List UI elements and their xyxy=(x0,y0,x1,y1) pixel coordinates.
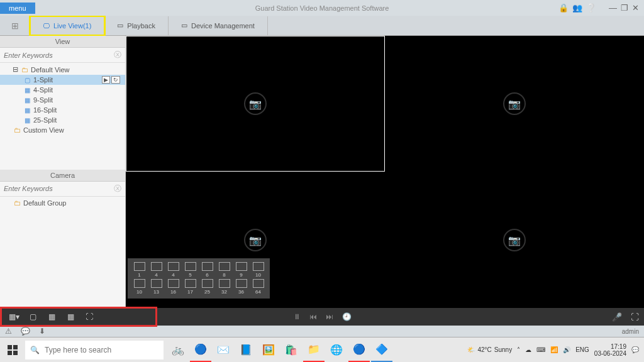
tree-9-split[interactable]: ▦ 9-Split xyxy=(0,95,125,105)
layout-17[interactable]: 17 xyxy=(182,279,198,295)
monitor-icon: 🖵 xyxy=(43,22,50,30)
layout-3x3-button[interactable]: ▦ xyxy=(61,310,80,324)
layout-25[interactable]: 25 xyxy=(199,279,215,295)
layout-32[interactable]: 32 xyxy=(216,279,232,295)
tree-1-split[interactable]: ▢ 1-Split ▶ ↻ xyxy=(0,75,125,85)
play-icon[interactable]: ▶ xyxy=(102,76,110,84)
tab-playback[interactable]: ▭ Playback xyxy=(104,16,169,35)
layout-4a[interactable]: 4 xyxy=(148,262,164,278)
tree-25-split[interactable]: ▦ 25-Split xyxy=(0,115,125,125)
layout-13[interactable]: 13 xyxy=(148,279,164,295)
camera-icon: 📷 xyxy=(244,229,267,251)
help-icon[interactable]: ❔ xyxy=(586,3,596,13)
app-edge[interactable]: 🌐 xyxy=(326,338,347,362)
app-chrome2[interactable]: 🔵 xyxy=(348,338,370,362)
layout-1x1-button[interactable]: ▢ xyxy=(23,310,42,324)
layout-5[interactable]: 5 xyxy=(182,262,198,278)
cloud-icon[interactable]: ☁ xyxy=(525,346,531,353)
app-guard[interactable]: 🔷 xyxy=(371,338,392,362)
chat-icon[interactable]: 💬 xyxy=(21,327,30,336)
app-store[interactable]: 🛍️ xyxy=(280,338,302,362)
grid-icon: ▦ xyxy=(23,106,31,114)
taskbar-search[interactable]: 🔍 Type here to search xyxy=(25,341,164,359)
tree-default-view[interactable]: ⊟ 🗀 Default View xyxy=(0,64,125,75)
layout-64[interactable]: 64 xyxy=(250,279,266,295)
weather-temp: 42°C xyxy=(477,346,491,353)
notification-icon[interactable]: 💬 xyxy=(631,346,639,353)
layout-16[interactable]: 16 xyxy=(165,279,181,295)
refresh-icon[interactable]: ↻ xyxy=(111,76,120,84)
download-icon[interactable]: ⬇ xyxy=(39,327,45,336)
tree-4-split[interactable]: ▦ 4-Split xyxy=(0,85,125,95)
expand-icon[interactable]: ⛶ xyxy=(631,312,639,322)
app-bike[interactable]: 🚲 xyxy=(167,338,189,362)
playback-icon: ▭ xyxy=(117,21,123,30)
row-actions: ▶ ↻ xyxy=(102,76,123,84)
home-icon[interactable]: ⊞ xyxy=(0,21,30,31)
volume-icon[interactable]: 🔊 xyxy=(563,346,570,353)
grid-icon: ▦ xyxy=(23,86,31,94)
camera-search-input[interactable] xyxy=(4,185,114,192)
playback-controls: ⏸ ⏮ ⏭ 🕘 xyxy=(293,312,352,321)
lock-icon[interactable]: 🔒 xyxy=(558,3,569,13)
tree-label: Default Group xyxy=(23,199,66,207)
prev-icon[interactable]: ⏮ xyxy=(309,312,317,321)
wifi-icon[interactable]: 📶 xyxy=(550,346,558,353)
start-button[interactable] xyxy=(0,337,25,363)
layout-9[interactable]: 9 xyxy=(233,262,249,278)
layout-10a[interactable]: 10 xyxy=(250,262,266,278)
clock[interactable]: 17:19 03-06-2024 xyxy=(594,343,626,357)
layout-1[interactable]: 1 xyxy=(131,262,147,278)
weather-widget[interactable]: 🌤️ 42°C Sunny xyxy=(467,346,512,353)
menu-button[interactable]: menu xyxy=(0,3,35,14)
layout-2x2-button[interactable]: ▦ xyxy=(42,310,61,324)
app-word[interactable]: 📘 xyxy=(235,338,257,362)
camera-icon: 📷 xyxy=(244,92,267,115)
content: View ⓧ ⊟ 🗀 Default View ▢ 1-Split ▶ ↻ xyxy=(0,36,644,308)
windows-taskbar: 🔍 Type here to search 🚲 🔵 ✉️ 📘 🖼️ 🛍️ 📁 🌐… xyxy=(0,337,644,362)
close-icon[interactable]: ✕ xyxy=(632,3,639,13)
layout-10b[interactable]: 10 xyxy=(131,279,147,295)
video-pane-2[interactable]: 📷 xyxy=(386,36,645,172)
tree-custom-view[interactable]: 🗀 Custom View xyxy=(0,125,125,135)
app-mail[interactable]: ✉️ xyxy=(213,338,234,362)
next-icon[interactable]: ⏭ xyxy=(326,312,333,321)
pause-icon[interactable]: ⏸ xyxy=(293,312,301,321)
clear-icon[interactable]: ⓧ xyxy=(114,50,121,60)
view-search-input[interactable] xyxy=(4,52,114,59)
tab-live-view[interactable]: 🖵 Live View(1) xyxy=(30,16,104,35)
video-pane-1[interactable]: 📷 xyxy=(126,36,385,172)
sun-icon: 🌤️ xyxy=(467,346,475,353)
clock-icon[interactable]: 🕘 xyxy=(342,312,352,321)
fullscreen-button[interactable]: ⛶ xyxy=(80,310,99,324)
tab-device-management[interactable]: ▭ Device Management xyxy=(169,16,268,35)
search-placeholder: Type here to search xyxy=(45,346,111,354)
layout-36[interactable]: 36 xyxy=(233,279,249,295)
system-tray: 🌤️ 42°C Sunny ˄ ☁ ⌨ 📶 🔊 ENG 17:19 03-06-… xyxy=(467,343,644,357)
layout-buttons: ▦▾ ▢ ▦ ▦ ⛶ xyxy=(2,309,155,325)
tree-16-split[interactable]: ▦ 16-Split xyxy=(0,105,125,115)
language-indicator[interactable]: ENG xyxy=(575,346,589,353)
layout-select-button[interactable]: ▦▾ xyxy=(4,310,23,324)
window-title: Guard Station Video Management Software xyxy=(255,4,389,12)
app-chrome[interactable]: 🔵 xyxy=(190,338,211,362)
alert-icon[interactable]: ⚠ xyxy=(5,327,12,336)
app-photos[interactable]: 🖼️ xyxy=(258,338,279,362)
video-pane-4[interactable]: 📷 xyxy=(386,172,645,308)
svg-rect-2 xyxy=(8,351,12,355)
tree-label: Default View xyxy=(31,66,70,74)
maximize-icon[interactable]: ❐ xyxy=(621,3,628,13)
layout-8[interactable]: 8 xyxy=(216,262,232,278)
tree-default-group[interactable]: 🗀 Default Group xyxy=(0,198,125,208)
layout-4b[interactable]: 4 xyxy=(165,262,181,278)
layout-6[interactable]: 6 xyxy=(199,262,215,278)
camera-search: ⓧ xyxy=(0,182,125,197)
title-controls: 🔒 👥 ❔ — ❐ ✕ xyxy=(558,3,644,13)
app-explorer[interactable]: 📁 xyxy=(303,338,325,362)
keyboard-icon[interactable]: ⌨ xyxy=(536,346,545,353)
minimize-icon[interactable]: — xyxy=(609,3,617,13)
users-icon[interactable]: 👥 xyxy=(572,3,582,13)
chevron-up-icon[interactable]: ˄ xyxy=(517,346,520,353)
clear-icon[interactable]: ⓧ xyxy=(114,184,121,194)
mic-icon[interactable]: 🎤 xyxy=(612,312,622,322)
